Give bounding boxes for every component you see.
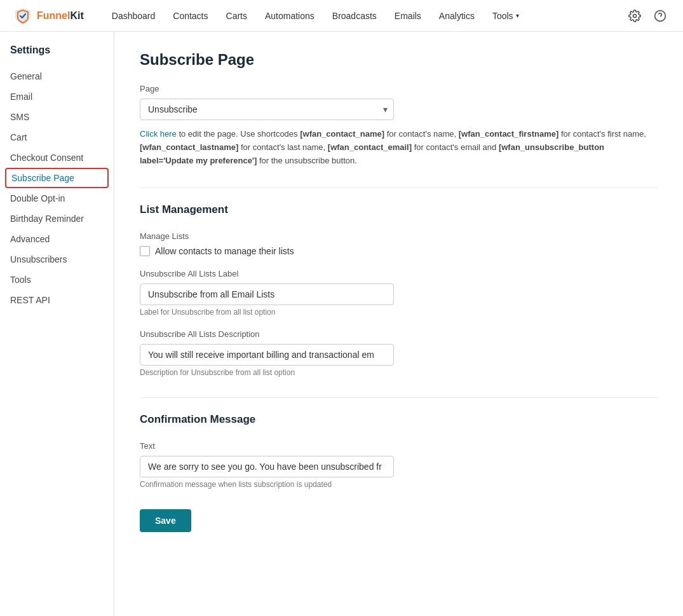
sidebar-item-unsubscribers[interactable]: Unsubscribers: [0, 249, 114, 270]
main-content: Subscribe Page Page Unsubscribe Subscrib…: [114, 32, 683, 616]
nav-broadcasts[interactable]: Broadcasts: [323, 0, 386, 32]
list-management-section: List Management Manage Lists Allow conta…: [140, 203, 658, 377]
sidebar-item-rest-api[interactable]: REST API: [0, 290, 114, 310]
allow-contacts-checkbox[interactable]: [140, 246, 150, 256]
sidebar-item-birthday-reminder[interactable]: Birthday Reminder: [0, 209, 114, 229]
page-field-label: Page: [140, 84, 658, 93]
manage-lists-row: Manage Lists Allow contacts to manage th…: [140, 231, 658, 256]
sidebar-item-tools[interactable]: Tools: [0, 270, 114, 290]
unsubscribe-all-lists-desc-input[interactable]: [140, 344, 394, 366]
shortcode-contact-lastname: [wfan_contact_lastname]: [140, 142, 238, 152]
sidebar: Settings General Email SMS Cart Checkout…: [0, 32, 114, 616]
sidebar-item-checkout-consent[interactable]: Checkout Consent: [0, 147, 114, 168]
page-title: Subscribe Page: [140, 51, 658, 69]
nav-contacts[interactable]: Contacts: [164, 0, 217, 32]
divider-2: [140, 397, 658, 398]
confirmation-message-section: Confirmation Message Text Confirmation m…: [140, 413, 658, 489]
sidebar-item-general[interactable]: General: [0, 66, 114, 86]
unsubscribe-all-lists-label-input[interactable]: [140, 284, 394, 305]
page-section: Page Unsubscribe Subscribe ▾ Click here …: [140, 84, 658, 167]
nav-links: Dashboard Contacts Carts Automations Bro…: [103, 0, 625, 32]
list-management-heading: List Management: [140, 203, 658, 221]
text-label: Text: [140, 441, 658, 451]
logo-icon: [13, 6, 33, 26]
logo[interactable]: FunnelKit: [13, 6, 84, 26]
manage-lists-label: Manage Lists: [140, 231, 658, 241]
page-select[interactable]: Unsubscribe Subscribe: [140, 99, 394, 120]
sidebar-item-cart[interactable]: Cart: [0, 127, 114, 147]
save-button[interactable]: Save: [140, 509, 191, 532]
logo-text: FunnelKit: [37, 10, 84, 22]
nav-tools[interactable]: Tools ▾: [484, 0, 528, 32]
sidebar-title: Settings: [0, 44, 114, 66]
chevron-down-icon: ▾: [516, 12, 519, 19]
top-navigation: FunnelKit Dashboard Contacts Carts Autom…: [0, 0, 683, 32]
confirmation-text-row: Text Confirmation message when lists sub…: [140, 441, 658, 489]
nav-dashboard[interactable]: Dashboard: [103, 0, 165, 32]
help-icon-button[interactable]: [650, 6, 670, 26]
nav-analytics[interactable]: Analytics: [430, 0, 484, 32]
nav-carts[interactable]: Carts: [217, 0, 256, 32]
unsubscribe-all-desc-row: Unsubscribe All Lists Description Descri…: [140, 329, 658, 377]
nav-icons: [625, 6, 670, 26]
main-layout: Settings General Email SMS Cart Checkout…: [0, 32, 683, 616]
info-text: Click here to edit the page. Use shortco…: [140, 128, 658, 167]
shortcode-contact-name: [wfan_contact_name]: [300, 129, 384, 139]
nav-emails[interactable]: Emails: [386, 0, 430, 32]
svg-point-0: [633, 14, 637, 17]
sidebar-item-subscribe-page[interactable]: Subscribe Page: [5, 168, 109, 188]
unsubscribe-all-lists-desc-label: Unsubscribe All Lists Description: [140, 329, 658, 339]
confirmation-text-input[interactable]: [140, 456, 394, 477]
sidebar-item-email[interactable]: Email: [0, 86, 114, 107]
unsubscribe-all-lists-label-hint: Label for Unsubscribe from all list opti…: [140, 308, 658, 317]
unsubscribe-all-lists-desc-hint: Description for Unsubscribe from all lis…: [140, 368, 658, 377]
click-here-link[interactable]: Click here: [140, 129, 177, 139]
question-icon: [654, 10, 666, 22]
confirmation-text-hint: Confirmation message when lists subscrip…: [140, 480, 658, 489]
unsubscribe-all-lists-label-label: Unsubscribe All Lists Label: [140, 269, 658, 278]
sidebar-item-advanced[interactable]: Advanced: [0, 229, 114, 249]
shortcode-contact-email: [wfan_contact_email]: [328, 142, 412, 152]
gear-icon: [628, 10, 641, 22]
nav-automations[interactable]: Automations: [256, 0, 323, 32]
page-select-wrapper: Unsubscribe Subscribe ▾: [140, 99, 394, 120]
sidebar-item-double-opt-in[interactable]: Double Opt-in: [0, 188, 114, 209]
allow-contacts-label[interactable]: Allow contacts to manage their lists: [155, 246, 294, 256]
confirmation-message-heading: Confirmation Message: [140, 413, 658, 431]
unsubscribe-all-label-row: Unsubscribe All Lists Label Label for Un…: [140, 269, 658, 317]
divider-1: [140, 188, 658, 188]
settings-icon-button[interactable]: [625, 6, 645, 26]
shortcode-contact-firstname: [wfan_contact_firstname]: [459, 129, 558, 139]
sidebar-item-sms[interactable]: SMS: [0, 107, 114, 127]
allow-contacts-row: Allow contacts to manage their lists: [140, 246, 658, 256]
